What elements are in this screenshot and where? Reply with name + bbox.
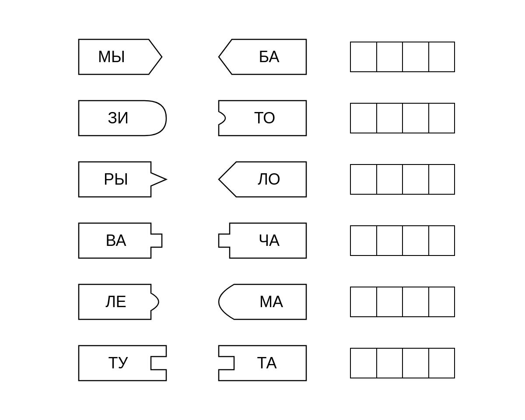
svg-text:ТУ: ТУ bbox=[108, 354, 129, 372]
answer-cell-3-1[interactable] bbox=[351, 165, 377, 194]
answer-cell-3-2[interactable] bbox=[377, 165, 403, 194]
answer-box-5 bbox=[350, 287, 455, 317]
row5-left: ЛЕ bbox=[61, 273, 184, 330]
row3-answer bbox=[341, 151, 464, 208]
answer-box-4 bbox=[350, 225, 455, 256]
answer-cell-1-4[interactable] bbox=[429, 42, 455, 71]
answer-cell-1-2[interactable] bbox=[377, 42, 403, 71]
svg-text:ТА: ТА bbox=[257, 354, 277, 372]
answer-cell-4-3[interactable] bbox=[403, 226, 429, 255]
row1-answer bbox=[341, 28, 464, 85]
row4-left: ВА bbox=[61, 212, 184, 269]
answer-box-3 bbox=[350, 164, 455, 195]
answer-cell-2-4[interactable] bbox=[429, 104, 455, 133]
answer-box-2 bbox=[350, 103, 455, 133]
row3-left: РЫ bbox=[61, 151, 184, 208]
svg-text:ЛО: ЛО bbox=[258, 170, 280, 188]
row4-answer bbox=[341, 212, 464, 269]
row3-middle: ЛО bbox=[201, 151, 324, 208]
answer-cell-2-1[interactable] bbox=[351, 104, 377, 133]
answer-cell-1-3[interactable] bbox=[403, 42, 429, 71]
row2-left: ЗИ bbox=[61, 90, 184, 147]
svg-text:БА: БА bbox=[259, 48, 280, 66]
answer-cell-6-3[interactable] bbox=[403, 349, 429, 378]
svg-text:ТО: ТО bbox=[254, 109, 275, 127]
answer-cell-5-1[interactable] bbox=[351, 287, 377, 316]
svg-text:ВА: ВА bbox=[106, 231, 126, 249]
answer-cell-5-3[interactable] bbox=[403, 287, 429, 316]
row5-middle: МА bbox=[201, 273, 324, 330]
answer-cell-6-1[interactable] bbox=[351, 349, 377, 378]
answer-cell-3-3[interactable] bbox=[403, 165, 429, 194]
row1-left: МЫ bbox=[61, 28, 184, 85]
svg-text:МЫ: МЫ bbox=[98, 48, 125, 66]
row1-middle: БА bbox=[201, 28, 324, 85]
answer-cell-2-2[interactable] bbox=[377, 104, 403, 133]
row5-answer bbox=[341, 273, 464, 330]
answer-cell-5-4[interactable] bbox=[429, 287, 455, 316]
row4-middle: ЧА bbox=[201, 212, 324, 269]
svg-text:МА: МА bbox=[259, 293, 283, 311]
svg-text:ЛЕ: ЛЕ bbox=[105, 293, 126, 311]
row2-answer bbox=[341, 90, 464, 147]
row2-middle: ТО bbox=[201, 90, 324, 147]
answer-cell-1-1[interactable] bbox=[351, 42, 377, 71]
answer-cell-4-4[interactable] bbox=[429, 226, 455, 255]
main-grid: МЫ БА ЗИ ТО bbox=[52, 20, 472, 400]
answer-cell-3-4[interactable] bbox=[429, 165, 455, 194]
row6-middle: ТА bbox=[201, 335, 324, 392]
svg-text:ЗИ: ЗИ bbox=[108, 109, 129, 127]
row6-left: ТУ bbox=[61, 335, 184, 392]
answer-cell-2-3[interactable] bbox=[403, 104, 429, 133]
answer-cell-6-4[interactable] bbox=[429, 349, 455, 378]
answer-cell-4-1[interactable] bbox=[351, 226, 377, 255]
svg-text:ЧА: ЧА bbox=[259, 231, 280, 249]
answer-cell-5-2[interactable] bbox=[377, 287, 403, 316]
svg-text:РЫ: РЫ bbox=[104, 170, 128, 188]
answer-box-1 bbox=[350, 42, 455, 72]
row6-answer bbox=[341, 335, 464, 392]
answer-box-6 bbox=[350, 348, 455, 378]
answer-cell-4-2[interactable] bbox=[377, 226, 403, 255]
answer-cell-6-2[interactable] bbox=[377, 349, 403, 378]
